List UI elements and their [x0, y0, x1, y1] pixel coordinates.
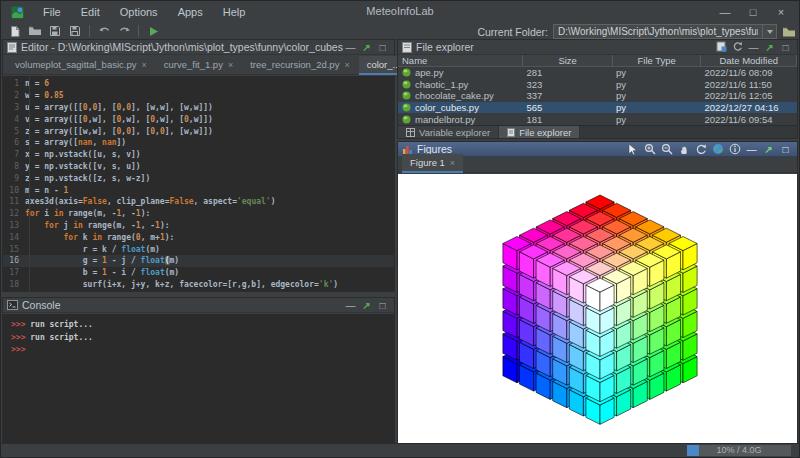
- column-header-date-modified[interactable]: Date Modified: [701, 55, 797, 66]
- new-script-button[interactable]: [714, 41, 729, 54]
- tab-label: Variable explorer: [419, 127, 490, 138]
- console-panel: Console — ↗ □ >>> run script...>>> run s…: [2, 297, 395, 444]
- browse-folder-button[interactable]: [782, 26, 796, 38]
- menu-edit[interactable]: Edit: [72, 3, 109, 21]
- code-line: 14 for k in range(0, m+1):: [3, 231, 394, 243]
- titlebar: FileEditOptionsAppsHelp MeteoInfoLab — □…: [1, 1, 799, 23]
- file-explorer-panel-controls: — ↗ □: [714, 41, 793, 54]
- minimize-panel-button[interactable]: —: [744, 143, 759, 156]
- new-file-button[interactable]: [5, 23, 25, 39]
- file-table: ape.py281py2022/11/6 08:09chaotic_1.py32…: [398, 67, 797, 125]
- code-line: 10m = n - 1: [3, 184, 394, 196]
- variable-grid-icon: [406, 128, 415, 137]
- float-panel-button[interactable]: ↗: [761, 143, 776, 156]
- float-panel-button[interactable]: ↗: [359, 41, 374, 54]
- code-line: 8y = np.vstack([v, s, u]): [3, 161, 394, 173]
- code-line: 2w = 0.85: [3, 90, 394, 102]
- menu-apps[interactable]: Apps: [169, 3, 212, 21]
- file-explorer-panel: File explorer — ↗ □ NameSizeFile TypeDat…: [397, 39, 798, 139]
- current-folder-dropdown-button[interactable]: [763, 24, 777, 39]
- column-header-name[interactable]: Name: [398, 55, 523, 66]
- pointer-tool-button[interactable]: [625, 143, 640, 156]
- column-header-size[interactable]: Size: [523, 55, 613, 66]
- code-text: y = np.vstack([v, s, u]): [25, 162, 141, 171]
- redo-button[interactable]: [114, 23, 134, 39]
- editor-tab[interactable]: tree_recursion_2d.py×: [242, 56, 358, 74]
- globe-icon: [712, 143, 724, 155]
- file-name-cell: chocolate_cake.py: [398, 90, 523, 101]
- maximize-panel-button[interactable]: □: [778, 143, 793, 156]
- window-minimize-button[interactable]: —: [711, 1, 739, 23]
- line-number: 17: [3, 268, 25, 277]
- save-button[interactable]: [45, 23, 65, 39]
- close-icon[interactable]: ×: [344, 60, 349, 70]
- tab-variable-explorer[interactable]: Variable explorer: [398, 126, 499, 138]
- undo-icon: [98, 26, 111, 36]
- minimize-panel-button[interactable]: —: [343, 41, 358, 54]
- code-text: axes3d(axis=False, clip_plane=False, asp…: [25, 197, 276, 206]
- maximize-panel-button[interactable]: □: [375, 299, 390, 312]
- figure-tab-label: Figure 1: [410, 157, 445, 168]
- open-folder-button[interactable]: [25, 23, 45, 39]
- figure-canvas[interactable]: [398, 174, 797, 443]
- menu-file[interactable]: File: [34, 3, 70, 21]
- file-type-cell: py: [613, 102, 702, 113]
- code-line: 3u = array([[0,0], [0,0], [w,w], [w,w]]): [3, 102, 394, 114]
- menu-options[interactable]: Options: [111, 3, 167, 21]
- code-text: m = n - 1: [25, 186, 68, 195]
- refresh-icon: [732, 41, 743, 52]
- file-row[interactable]: mandelbrot.py181py2022/11/6 09:54: [398, 113, 797, 125]
- vertical-splitter[interactable]: [395, 39, 397, 444]
- globe-tool-button[interactable]: [710, 143, 725, 156]
- zoom-in-tool-button[interactable]: [642, 143, 657, 156]
- undo-button[interactable]: [94, 23, 114, 39]
- tab-file-explorer[interactable]: File explorer: [499, 126, 580, 138]
- close-icon[interactable]: ×: [228, 60, 233, 70]
- console-prompt: >>>: [11, 333, 25, 342]
- run-script-button[interactable]: [143, 23, 163, 39]
- pan-tool-button[interactable]: [676, 143, 691, 156]
- current-folder-input[interactable]: [553, 24, 763, 39]
- console-text: run script...: [25, 320, 92, 329]
- file-explorer-header: File explorer — ↗ □: [398, 40, 797, 55]
- menu-help[interactable]: Help: [214, 3, 255, 21]
- minimize-panel-button[interactable]: —: [746, 41, 761, 54]
- code-editor[interactable]: 1n = 62w = 0.853u = array([[0,0], [0,0],…: [3, 76, 394, 291]
- float-panel-button[interactable]: ↗: [359, 299, 374, 312]
- window-maximize-button[interactable]: □: [739, 1, 767, 23]
- file-row[interactable]: chocolate_cake.py337py2022/11/6 12:05: [398, 90, 797, 102]
- window-close-button[interactable]: ×: [767, 1, 795, 23]
- save-as-button[interactable]: [65, 23, 85, 39]
- maximize-panel-button[interactable]: □: [375, 41, 390, 54]
- memory-indicator[interactable]: 10% / 4.0G: [687, 445, 791, 456]
- code-text: b = 1 - i / float(m): [25, 268, 179, 277]
- tab-figure-1[interactable]: Figure 1 ×: [402, 154, 463, 172]
- zoom-out-tool-button[interactable]: [659, 143, 674, 156]
- color-cube-plot: [398, 174, 797, 444]
- minimize-panel-button[interactable]: —: [343, 299, 358, 312]
- console-output[interactable]: >>> run script...>>> run script...>>>: [3, 314, 394, 443]
- editor-tab[interactable]: volumeplot_sagittal_basic.py×: [7, 56, 155, 74]
- file-table-header: NameSizeFile TypeDate Modified: [398, 55, 797, 67]
- close-icon[interactable]: ×: [450, 158, 455, 168]
- code-text: for j in range(m, -1, -1):: [25, 221, 170, 230]
- explorer-figures-splitter[interactable]: [397, 139, 798, 141]
- float-panel-button[interactable]: ↗: [762, 41, 777, 54]
- file-row[interactable]: color_cubes.py565py2022/12/27 04:16: [398, 102, 797, 114]
- editor-tab-label: tree_recursion_2d.py: [250, 59, 339, 70]
- column-header-file-type[interactable]: File Type: [613, 55, 702, 66]
- python-file-icon: [402, 91, 411, 100]
- file-date-cell: 2022/11/6 11:50: [701, 79, 797, 90]
- code-line: 16 g = 1 - j / float(m): [3, 255, 394, 267]
- maximize-panel-button[interactable]: □: [778, 41, 793, 54]
- editor-console-splitter[interactable]: [2, 292, 395, 297]
- editor-tab[interactable]: curve_fit_1.py×: [156, 56, 241, 74]
- file-size-cell: 565: [523, 102, 613, 113]
- refresh-button[interactable]: [730, 41, 745, 54]
- info-tool-button[interactable]: [727, 143, 742, 156]
- rotate-tool-button[interactable]: [693, 143, 708, 156]
- close-icon[interactable]: ×: [141, 60, 146, 70]
- file-row[interactable]: ape.py281py2022/11/6 08:09: [398, 67, 797, 79]
- file-row[interactable]: chaotic_1.py323py2022/11/6 11:50: [398, 79, 797, 91]
- line-number: 16: [3, 256, 25, 265]
